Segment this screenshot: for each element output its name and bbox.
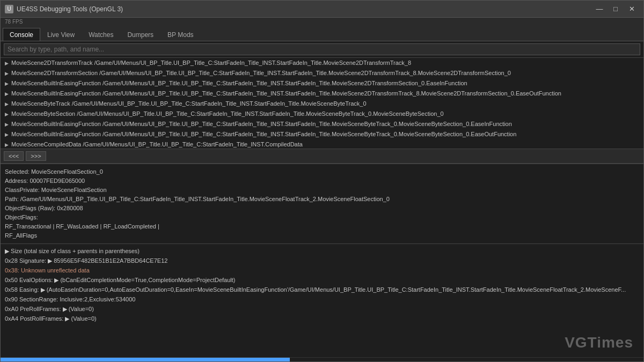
tree-panel[interactable]: ▶ MovieScene2DTransformTrack /Game/UI/Me… bbox=[1, 58, 643, 149]
tree-item-text: MovieScene2DTransformSection /Game/UI/Me… bbox=[11, 70, 511, 76]
search-bar bbox=[1, 41, 643, 58]
minimize-button[interactable]: — bbox=[592, 3, 607, 16]
main-window: U UE4SS Debugging Tools (OpenGL 3) — □ ✕… bbox=[0, 0, 644, 362]
selected-label: Selected: MovieSceneFloatSection_0 bbox=[5, 167, 639, 176]
tab-liveview[interactable]: Live View bbox=[40, 28, 82, 41]
close-button[interactable]: ✕ bbox=[624, 3, 639, 16]
tree-item[interactable]: ▶ MovieSceneCompiledData /Game/UI/Menus/… bbox=[1, 139, 643, 149]
fps-counter: 78 FPS bbox=[5, 19, 23, 25]
tab-console[interactable]: Console bbox=[3, 28, 40, 41]
nav-buttons: <<< >>> bbox=[1, 149, 643, 164]
tree-item[interactable]: ▶ MovieSceneBuiltInEasingFunction /Game/… bbox=[1, 78, 643, 88]
bottom-tree[interactable]: ▶ Size (total size of class + parents in… bbox=[1, 244, 643, 357]
tree-arrow-icon: ▶ bbox=[5, 90, 11, 98]
tree-item-text: MovieScene2DTransformTrack /Game/UI/Menu… bbox=[11, 60, 411, 66]
bottom-item[interactable]: 0x90 SectionRange: Inclusive:2,Exclusive… bbox=[1, 294, 643, 304]
tab-dumpers[interactable]: Dumpers bbox=[120, 28, 160, 41]
progress-bar bbox=[1, 358, 290, 361]
tree-item[interactable]: ▶ MovieSceneBuiltInEasingFunction /Game/… bbox=[1, 129, 643, 139]
tree-item[interactable]: ▶ MovieSceneBuiltInEasingFunction /Game/… bbox=[1, 119, 643, 129]
tree-item-text: MovieSceneByteSection /Game/UI/Menus/UI_… bbox=[11, 110, 444, 117]
tree-item-text: MovieSceneCompiledData /Game/UI/Menus/UI… bbox=[11, 141, 303, 147]
flags-line1: RF_Transactional | RF_WasLoaded | RF_Loa… bbox=[5, 222, 639, 231]
object-flags-raw-label: ObjectFlags (Raw): 0x280008 bbox=[5, 204, 639, 213]
bottom-item[interactable]: 0xA4 PostRollFrames: ▶ (Value=0) bbox=[1, 314, 643, 323]
bottom-item[interactable]: 0x28 Signature: ▶ 85956E5F482BE51B1E2A7B… bbox=[1, 256, 643, 265]
address-label: Address: 00007FED9E065000 bbox=[5, 176, 639, 186]
tree-item-text: MovieSceneBuiltInEasingFunction /Game/UI… bbox=[11, 131, 516, 137]
tab-watches[interactable]: Watches bbox=[82, 28, 120, 41]
nav-prev-button[interactable]: <<< bbox=[4, 151, 24, 161]
tree-arrow-icon: ▶ bbox=[5, 120, 11, 129]
tree-arrow-icon: ▶ bbox=[5, 110, 11, 119]
fps-bar: 78 FPS bbox=[1, 18, 643, 26]
path-label: Path: /Game/UI/Menus/UI_BP_Title.UI_BP_T… bbox=[5, 195, 639, 204]
nav-next-button[interactable]: >>> bbox=[26, 151, 46, 161]
bottom-item[interactable]: ▶ Size (total size of class + parents in… bbox=[1, 246, 643, 256]
progress-bar-container bbox=[1, 357, 643, 361]
tree-item-text: MovieSceneByteTrack /Game/UI/Menus/UI_BP… bbox=[11, 100, 367, 107]
tree-arrow-icon: ▶ bbox=[5, 79, 11, 88]
tree-arrow-icon: ▶ bbox=[5, 130, 11, 139]
class-private-label: ClassPrivate: MovieSceneFloatSection bbox=[5, 186, 639, 195]
tree-item-text: MovieSceneBuiltInEasingFunction /Game/UI… bbox=[11, 121, 512, 127]
tree-item[interactable]: ▶ MovieSceneByteTrack /Game/UI/Menus/UI_… bbox=[1, 99, 643, 109]
main-area: ▶ MovieScene2DTransformTrack /Game/UI/Me… bbox=[1, 58, 643, 361]
tree-arrow-icon: ▶ bbox=[5, 141, 11, 149]
tree-item-text: MovieSceneBuiltInEasingFunction /Game/UI… bbox=[11, 90, 561, 97]
window-title: UE4SS Debugging Tools (OpenGL 3) bbox=[17, 5, 592, 13]
window-controls: — □ ✕ bbox=[592, 3, 639, 16]
bottom-item[interactable]: 0x58 Easing: ▶ (AutoEaseInDuration=0,Aut… bbox=[1, 285, 643, 294]
tree-arrow-icon: ▶ bbox=[5, 69, 11, 78]
flags-line2: RF_AllFlags bbox=[5, 231, 639, 240]
bottom-panel: ▶ Size (total size of class + parents in… bbox=[1, 243, 643, 361]
app-icon: U bbox=[5, 5, 13, 13]
bottom-item[interactable]: 0x50 EvalOptions: ▶ (bCanEditCompletionM… bbox=[1, 275, 643, 285]
tree-arrow-icon: ▶ bbox=[5, 100, 11, 108]
bottom-item[interactable]: 0x38: Unknown unreflected data bbox=[1, 265, 643, 275]
info-panel: Selected: MovieSceneFloatSection_0 Addre… bbox=[1, 164, 643, 243]
object-flags-label: ObjectFlags: bbox=[5, 213, 639, 222]
search-input[interactable] bbox=[4, 43, 640, 55]
tree-item-text: MovieSceneBuiltInEasingFunction /Game/UI… bbox=[11, 80, 467, 86]
tree-item[interactable]: ▶ MovieScene2DTransformTrack /Game/UI/Me… bbox=[1, 58, 643, 68]
bottom-item[interactable]: 0xA0 PreRollFrames: ▶ (Value=0) bbox=[1, 304, 643, 314]
tree-item[interactable]: ▶ MovieSceneByteSection /Game/UI/Menus/U… bbox=[1, 109, 643, 119]
title-bar: U UE4SS Debugging Tools (OpenGL 3) — □ ✕ bbox=[1, 1, 643, 18]
tree-item[interactable]: ▶ MovieSceneBuiltInEasingFunction /Game/… bbox=[1, 88, 643, 99]
tab-bar: Console Live View Watches Dumpers BP Mod… bbox=[1, 26, 643, 41]
tab-bpmods[interactable]: BP Mods bbox=[160, 28, 200, 41]
maximize-button[interactable]: □ bbox=[608, 3, 623, 16]
tree-arrow-icon: ▶ bbox=[5, 59, 11, 68]
tree-item[interactable]: ▶ MovieScene2DTransformSection /Game/UI/… bbox=[1, 68, 643, 78]
